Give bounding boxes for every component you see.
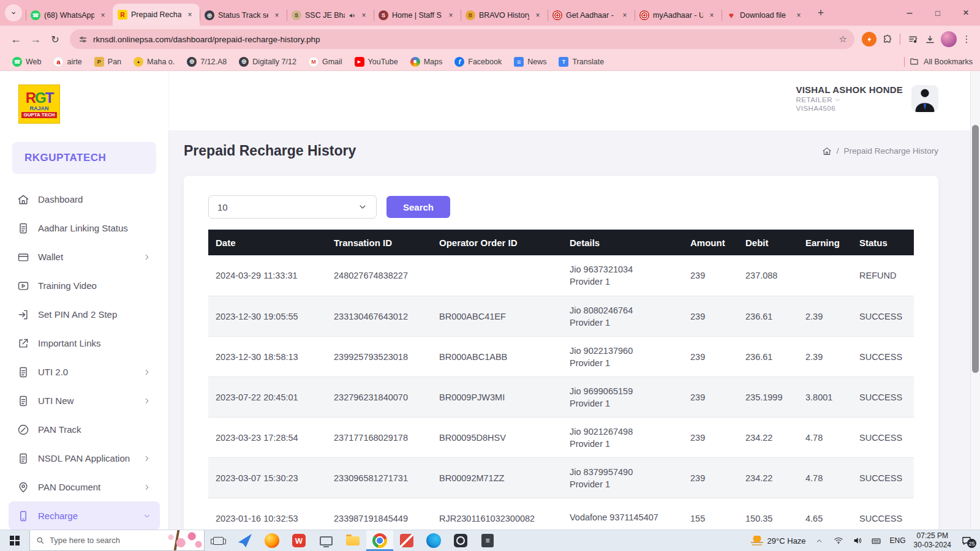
sidebar-item[interactable]: Wallet: [9, 242, 160, 271]
tab-close-icon[interactable]: [272, 10, 282, 20]
bookmark-item[interactable]: Gmail: [304, 55, 347, 69]
blue-app-icon[interactable]: [232, 530, 258, 551]
browser-tab[interactable]: Download file: [722, 5, 809, 26]
tab-close-icon[interactable]: [707, 10, 717, 20]
system-icon[interactable]: [312, 530, 339, 551]
browser-tab[interactable]: Home | Staff S: [374, 5, 461, 26]
bookmark-item[interactable]: Facebook: [450, 55, 507, 69]
scrollbar-thumb[interactable]: [972, 125, 979, 373]
download-icon[interactable]: [921, 31, 938, 48]
volume-icon[interactable]: [852, 535, 863, 546]
calculator-icon[interactable]: [474, 530, 501, 551]
new-tab-button[interactable]: [812, 4, 829, 21]
browser-menu-icon[interactable]: [959, 32, 974, 47]
bookmark-item[interactable]: Digitally 7/12: [234, 55, 301, 69]
tab-audio-icon[interactable]: [349, 12, 355, 19]
site-settings-icon[interactable]: [77, 34, 88, 45]
start-button[interactable]: [0, 530, 29, 551]
chevron-down-icon[interactable]: [834, 97, 841, 103]
browser-tab[interactable]: Get Aadhaar -: [548, 5, 635, 26]
extensions-puzzle-icon[interactable]: [879, 31, 896, 48]
bookmark-item[interactable]: Maha o.: [129, 55, 179, 69]
table-header-row: DateTransation IDOperator Order IDDetail…: [208, 230, 914, 255]
browser-tab[interactable]: Status Track se: [200, 5, 287, 26]
bookmark-item[interactable]: Maps: [405, 55, 448, 69]
browser-tab[interactable]: (68) WhatsApp: [26, 5, 113, 26]
sidebar-item[interactable]: UTI New: [9, 386, 160, 415]
weather-widget[interactable]: 29°C Haze: [751, 536, 806, 545]
bookmark-label: 7/12.A8: [200, 58, 227, 66]
red-app-icon[interactable]: [393, 530, 420, 551]
chrome-icon[interactable]: [366, 530, 393, 551]
tab-search-button[interactable]: [5, 4, 22, 21]
bookmark-star-icon[interactable]: [839, 34, 847, 45]
task-view-icon[interactable]: [205, 530, 232, 551]
bookmark-item[interactable]: News: [509, 55, 551, 69]
bookmark-item[interactable]: Pan: [89, 55, 126, 69]
sidebar-item[interactable]: Aadhar Linking Status: [9, 214, 160, 242]
window-minimize-button[interactable]: [895, 0, 924, 26]
page-scrollbar[interactable]: [970, 71, 980, 530]
file-explorer-icon[interactable]: [339, 530, 366, 551]
bookmark-item[interactable]: 7/12.A8: [182, 55, 232, 69]
show-hidden-icons-chevron[interactable]: [814, 535, 825, 546]
home-icon[interactable]: [822, 146, 832, 156]
sidebar-item[interactable]: Recharge: [9, 501, 160, 530]
column-header: Details: [562, 230, 683, 255]
bookmark-item[interactable]: Translate: [554, 55, 609, 69]
page-size-select[interactable]: 10: [208, 195, 377, 219]
bookmark-item[interactable]: Web: [7, 55, 46, 69]
tab-close-icon[interactable]: [185, 10, 195, 20]
window-close-button[interactable]: [952, 0, 980, 26]
tab-close-icon[interactable]: [620, 10, 630, 20]
reload-button[interactable]: [45, 29, 65, 49]
sidebar-item[interactable]: PAN Track: [9, 415, 160, 444]
sidebar-item[interactable]: NSDL PAN Application: [9, 444, 160, 473]
media-player-icon[interactable]: [447, 530, 474, 551]
language-indicator[interactable]: ENG: [890, 536, 906, 545]
back-button[interactable]: [6, 29, 26, 49]
sidebar-item-icon: [17, 280, 29, 292]
browser-tab[interactable]: BRAVO History: [461, 5, 548, 26]
user-avatar[interactable]: [911, 85, 938, 112]
all-bookmarks-button[interactable]: All Bookmarks: [924, 58, 973, 66]
tab-close-icon[interactable]: [533, 10, 543, 20]
sidebar-item[interactable]: Set PIN And 2 Step: [9, 300, 160, 329]
browser-tab[interactable]: Prepaid Recha: [113, 4, 200, 26]
browser-tab[interactable]: SSC JE Bha: [287, 5, 374, 26]
touch-keyboard-icon[interactable]: [871, 535, 882, 546]
media-controls-icon[interactable]: [904, 31, 921, 48]
cell-debit: 234.22: [738, 458, 798, 498]
browser-tab[interactable]: myAadhaar - U: [635, 5, 722, 26]
wps-writer-icon[interactable]: [285, 530, 312, 551]
tab-close-icon[interactable]: [794, 10, 804, 20]
sidebar-item[interactable]: PAN Document: [9, 473, 160, 501]
user-role: RETAILER: [796, 96, 832, 103]
taskbar-clock[interactable]: 07:25 PM 30-03-2024: [914, 531, 951, 550]
sidebar-item[interactable]: Training Video: [9, 271, 160, 300]
edge-icon[interactable]: [420, 530, 447, 551]
sidebar-item[interactable]: Dashboard: [9, 185, 160, 214]
firefox-icon[interactable]: [258, 530, 285, 551]
tab-title: SSC JE Bha: [305, 11, 345, 20]
taskbar-search-box[interactable]: Type here to search: [29, 530, 205, 551]
search-button[interactable]: Search: [386, 196, 450, 218]
bookmark-item[interactable]: airte: [48, 55, 86, 69]
weather-text: 29°C Haze: [767, 536, 806, 545]
cell-transaction-id: 233130467643012: [326, 296, 432, 336]
sidebar-item[interactable]: Important Links: [9, 329, 160, 358]
window-maximize-button[interactable]: [924, 0, 952, 26]
browser-profile-avatar[interactable]: [941, 31, 957, 47]
wifi-icon[interactable]: [833, 535, 844, 546]
action-center-icon[interactable]: 25: [959, 534, 974, 547]
brand-box[interactable]: RKGUPTATECH: [12, 142, 156, 174]
lightning-extension-icon[interactable]: [862, 32, 876, 47]
tab-close-icon[interactable]: [98, 10, 108, 20]
user-profile[interactable]: VISHAL ASHOK HONDE RETAILER VISHA4506: [796, 84, 938, 112]
bookmark-item[interactable]: YouTube: [350, 55, 403, 69]
sidebar-item[interactable]: UTI 2.0: [9, 358, 160, 386]
forward-button[interactable]: [26, 29, 45, 49]
tab-close-icon[interactable]: [359, 10, 369, 20]
tab-close-icon[interactable]: [446, 10, 456, 20]
address-bar[interactable]: rknsdl.onlinepsa.com/dashboard/prepaid-r…: [70, 29, 854, 49]
